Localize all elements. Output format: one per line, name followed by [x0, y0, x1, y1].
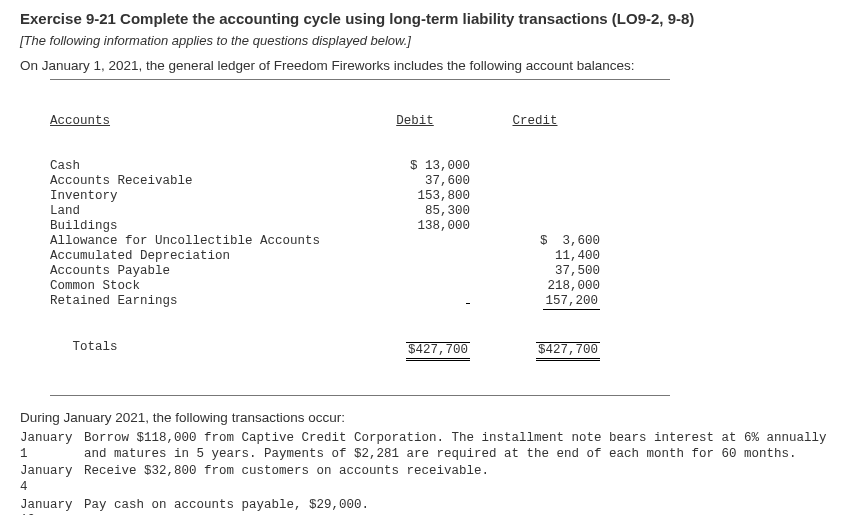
- ledger-table: Accounts Debit Credit Cash$ 13,000Accoun…: [50, 79, 670, 396]
- account-name: Buildings: [50, 219, 360, 234]
- debit-cell: [360, 279, 470, 294]
- transactions-intro: During January 2021, the following trans…: [20, 410, 830, 425]
- ledger-row: Accumulated Depreciation11,400: [50, 249, 670, 264]
- credit-cell: 37,500: [470, 264, 600, 279]
- debit-cell: 85,300: [360, 204, 470, 219]
- totals-label: Totals: [50, 340, 360, 361]
- account-name: Land: [50, 204, 360, 219]
- debit-cell: 153,800: [360, 189, 470, 204]
- col-accounts: Accounts: [50, 114, 360, 129]
- credit-cell: [470, 189, 600, 204]
- account-name: Retained Earnings: [50, 294, 360, 310]
- account-name: Allowance for Uncollectible Accounts: [50, 234, 360, 249]
- ledger-row: Cash$ 13,000: [50, 159, 670, 174]
- ledger-totals-row: Totals $427,700 $427,700: [50, 340, 670, 361]
- debit-cell: [360, 264, 470, 279]
- account-name: Common Stock: [50, 279, 360, 294]
- totals-debit: $427,700: [360, 340, 470, 361]
- ledger-row: Inventory153,800: [50, 189, 670, 204]
- debit-cell: [360, 294, 470, 310]
- debit-cell: $ 13,000: [360, 159, 470, 174]
- ledger-header-row: Accounts Debit Credit: [50, 114, 670, 129]
- transaction-date: January 10: [20, 498, 84, 516]
- transaction-date: January 1: [20, 431, 84, 462]
- ledger-row: Allowance for Uncollectible Accounts$ 3,…: [50, 234, 670, 249]
- transaction-row: January 1Borrow $118,000 from Captive Cr…: [20, 431, 830, 462]
- credit-cell: [470, 219, 600, 234]
- transaction-date: January 4: [20, 464, 84, 495]
- credit-cell: 11,400: [470, 249, 600, 264]
- transactions-list: January 1Borrow $118,000 from Captive Cr…: [20, 431, 830, 515]
- credit-cell: $ 3,600: [470, 234, 600, 249]
- ledger-row: Accounts Payable37,500: [50, 264, 670, 279]
- col-debit: Debit: [360, 114, 470, 129]
- transaction-text: Borrow $118,000 from Captive Credit Corp…: [84, 431, 830, 462]
- exercise-title: Exercise 9-21 Complete the accounting cy…: [20, 10, 830, 27]
- ledger-row: Buildings138,000: [50, 219, 670, 234]
- account-name: Cash: [50, 159, 360, 174]
- debit-cell: [360, 234, 470, 249]
- account-name: Inventory: [50, 189, 360, 204]
- transaction-row: January 10Pay cash on accounts payable, …: [20, 498, 830, 516]
- account-name: Accounts Payable: [50, 264, 360, 279]
- credit-cell: [470, 204, 600, 219]
- debit-cell: 37,600: [360, 174, 470, 189]
- transaction-text: Pay cash on accounts payable, $29,000.: [84, 498, 830, 516]
- transaction-text: Receive $32,800 from customers on accoun…: [84, 464, 830, 495]
- account-name: Accumulated Depreciation: [50, 249, 360, 264]
- account-name: Accounts Receivable: [50, 174, 360, 189]
- ledger-row: Retained Earnings157,200: [50, 294, 670, 310]
- debit-cell: [360, 249, 470, 264]
- ledger-row: Accounts Receivable37,600: [50, 174, 670, 189]
- credit-cell: 157,200: [470, 294, 600, 310]
- credit-cell: 218,000: [470, 279, 600, 294]
- credit-cell: [470, 174, 600, 189]
- credit-cell: [470, 159, 600, 174]
- ledger-row: Land85,300: [50, 204, 670, 219]
- transaction-row: January 4Receive $32,800 from customers …: [20, 464, 830, 495]
- ledger-row: Common Stock218,000: [50, 279, 670, 294]
- exercise-subtitle: [The following information applies to th…: [20, 33, 830, 48]
- col-credit: Credit: [470, 114, 600, 129]
- totals-credit: $427,700: [470, 340, 600, 361]
- debit-cell: 138,000: [360, 219, 470, 234]
- intro-text: On January 1, 2021, the general ledger o…: [20, 58, 830, 73]
